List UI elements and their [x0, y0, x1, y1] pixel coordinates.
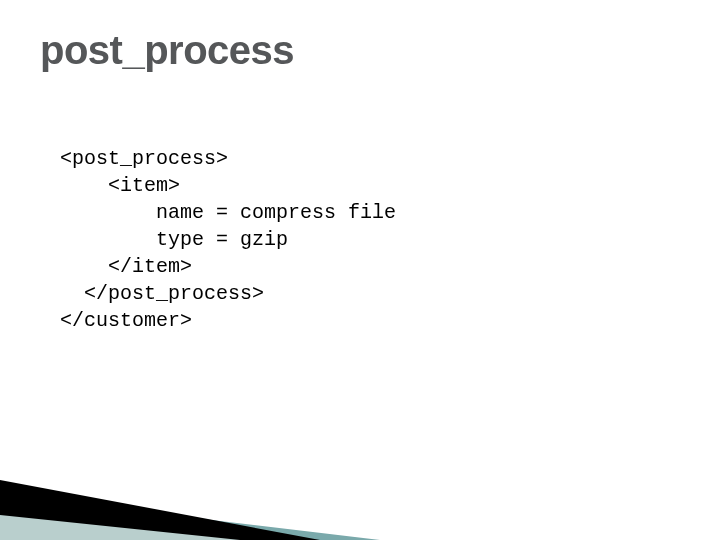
code-line: </item>: [60, 255, 192, 278]
slide: post_process <post_process> <item> name …: [0, 0, 720, 540]
page-title: post_process: [40, 28, 294, 73]
code-block: <post_process> <item> name = compress fi…: [60, 118, 396, 334]
svg-marker-1: [0, 480, 320, 540]
code-line: type = gzip: [60, 228, 288, 251]
code-line: name = compress file: [60, 201, 396, 224]
code-line: </post_process>: [60, 282, 264, 305]
svg-marker-2: [0, 515, 240, 540]
code-line: <post_process>: [60, 147, 228, 170]
code-line: </customer>: [60, 309, 192, 332]
svg-marker-0: [0, 495, 380, 540]
code-line: <item>: [60, 174, 180, 197]
decor-wedges: [0, 420, 720, 540]
